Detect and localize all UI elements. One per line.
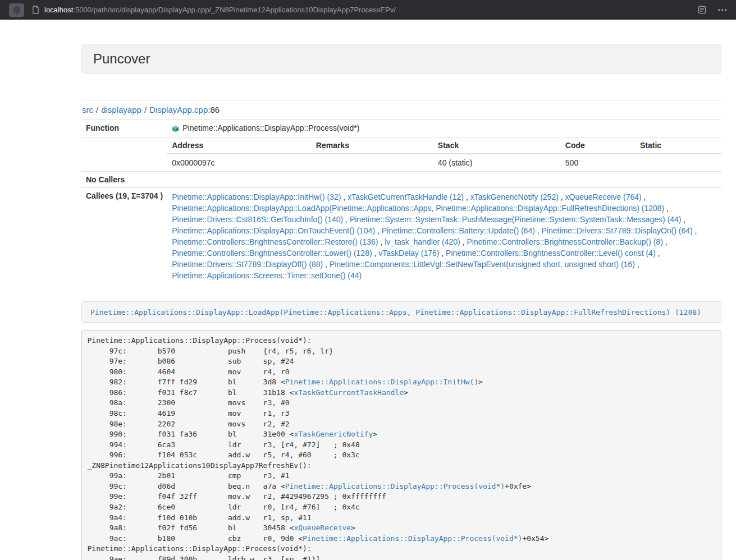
breadcrumb-separator: / <box>144 105 147 114</box>
code-symbol-link[interactable]: Pinetime::Applications::DisplayApp::Init… <box>285 378 478 386</box>
column-header-stack: Stack <box>433 137 561 154</box>
reader-mode-icon <box>698 6 706 14</box>
breadcrumb-separator: / <box>96 105 98 114</box>
url-bar[interactable]: localhost:5000/path/src/displayapp/Displ… <box>44 6 698 14</box>
callee-link[interactable]: Pinetime::Controllers::BrightnessControl… <box>172 249 372 258</box>
callee-link[interactable]: xTaskGetCurrentTaskHandle (12) <box>348 192 464 201</box>
callee-link[interactable]: Pinetime::Controllers::Battery::Update()… <box>382 226 535 235</box>
callee-link[interactable]: xTaskGenericNotify (252) <box>470 192 559 201</box>
callee-link[interactable]: Pinetime::Drivers::St7789::DisplayOn() (… <box>542 226 693 235</box>
function-label: Function <box>81 120 167 137</box>
callees-label: Callees (19, Σ=3704 ) <box>81 187 167 284</box>
breadcrumb-src-link[interactable]: src <box>82 105 93 114</box>
main-content: Puncover src/displayapp/DisplayApp.cpp:8… <box>81 44 721 560</box>
address-value: 0x0000097c <box>167 154 312 171</box>
no-callers-label: No Callers <box>81 171 167 187</box>
callee-link[interactable]: Pinetime::Applications::DisplayApp::Init… <box>172 192 341 201</box>
column-header-static: Static <box>636 137 721 154</box>
column-header-address: Address <box>167 137 312 154</box>
tracking-protection-button[interactable] <box>9 3 24 17</box>
callees-row: Callees (19, Σ=3704 ) Pinetime::Applicat… <box>81 187 721 284</box>
breadcrumb-file-link[interactable]: DisplayApp.cpp: <box>149 105 210 114</box>
code-symbol-link[interactable]: Pinetime::Applications::DisplayApp::Proc… <box>285 482 505 490</box>
callee-link[interactable]: Pinetime::Controllers::BrightnessControl… <box>172 237 378 246</box>
callee-link[interactable]: Pinetime::Applications::DisplayApp::OnTo… <box>172 226 375 235</box>
url-path: :5000/path/src/displayapp/DisplayApp.cpp… <box>73 6 396 14</box>
function-table: Function Pinetime::Applications::Display… <box>81 120 721 284</box>
callee-link[interactable]: vTaskDelay (176) <box>378 249 439 258</box>
code-symbol-link[interactable]: Pinetime::Applications::DisplayApp::Proc… <box>303 534 522 543</box>
code-symbol-link[interactable]: xTaskGetCurrentTaskHandle <box>294 388 404 397</box>
column-header-code: Code <box>561 137 636 154</box>
no-callers-cell <box>167 171 721 187</box>
stack-value: 40 (static) <box>433 154 561 171</box>
stats-cell: Address Remarks Stack Code Static 0x0000… <box>167 137 721 171</box>
method-icon <box>172 125 179 132</box>
disassembly-code-block: Pinetime::Applications::DisplayApp::Proc… <box>81 330 721 560</box>
callee-link[interactable]: lv_task_handler (420) <box>385 237 460 246</box>
stats-row-label <box>81 137 167 171</box>
overflow-menu-icon <box>717 8 727 12</box>
callee-link[interactable]: Pinetime::Components::LittleVgl::SetNewT… <box>330 260 635 269</box>
callee-link[interactable]: Pinetime::Controllers::BrightnessControl… <box>467 237 662 246</box>
callee-link[interactable]: Pinetime::Drivers::Cst816S::GetTouchInfo… <box>172 215 343 224</box>
shield-icon <box>13 6 21 15</box>
callee-link[interactable]: xQueueReceive (764) <box>565 192 642 201</box>
stats-table: Address Remarks Stack Code Static 0x0000… <box>167 137 721 171</box>
static-value <box>636 154 721 171</box>
code-symbol-link[interactable]: xTaskGenericNotify <box>294 430 373 438</box>
toolbar-actions <box>698 6 729 14</box>
callee-link[interactable]: Pinetime::System::SystemTask::PushMessag… <box>350 215 682 224</box>
callees-list: Pinetime::Applications::DisplayApp::Init… <box>167 187 721 284</box>
divider <box>81 100 721 100</box>
function-name-cell: Pinetime::Applications::DisplayApp::Proc… <box>167 120 721 137</box>
callee-link[interactable]: Pinetime::Controllers::BrightnessControl… <box>446 249 655 258</box>
loadapp-symbol-link[interactable]: Pinetime::Applications::DisplayApp::Load… <box>90 308 701 316</box>
url-host: localhost <box>44 6 73 14</box>
page-info-button[interactable] <box>32 6 39 14</box>
code-symbol-link[interactable]: xQueueReceive <box>294 524 351 532</box>
breadcrumb-line-number: 86 <box>210 105 220 114</box>
stats-header-row: Address Remarks Stack Code Static <box>167 137 721 154</box>
symbol-heading-panel: Pinetime::Applications::DisplayApp::Load… <box>81 301 721 323</box>
callee-link[interactable]: Pinetime::Drivers::St7789::DisplayOff() … <box>172 260 323 269</box>
overflow-menu-button[interactable] <box>717 8 727 12</box>
column-header-remarks: Remarks <box>312 137 433 154</box>
reader-mode-button[interactable] <box>698 6 706 14</box>
stats-row: Address Remarks Stack Code Static 0x0000… <box>81 137 721 171</box>
page-title: Puncover <box>93 51 710 67</box>
function-name: Pinetime::Applications::DisplayApp::Proc… <box>182 123 359 132</box>
stats-values-row: 0x0000097c 40 (static) 500 <box>167 154 721 171</box>
callee-link[interactable]: Pinetime::Applications::DisplayApp::Load… <box>172 204 664 213</box>
function-row: Function Pinetime::Applications::Display… <box>81 120 721 137</box>
code-value: 500 <box>561 154 636 171</box>
breadcrumb: src/displayapp/DisplayApp.cpp:86 <box>82 105 721 114</box>
page-header-panel: Puncover <box>81 44 721 74</box>
no-callers-row: No Callers <box>81 171 721 187</box>
browser-toolbar: localhost:5000/path/src/displayapp/Displ… <box>0 0 736 20</box>
breadcrumb-displayapp-link[interactable]: displayapp <box>101 105 141 114</box>
callee-link[interactable]: Pinetime::Applications::Screens::Timer::… <box>172 271 362 280</box>
page-icon <box>32 6 39 14</box>
remarks-value <box>312 154 433 171</box>
